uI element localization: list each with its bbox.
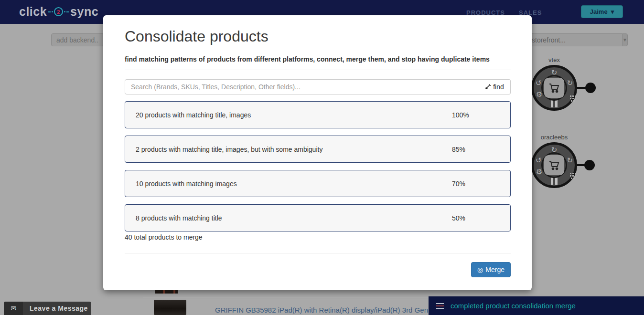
divider: [125, 253, 511, 253]
backend-node-vtex[interactable]: ↻ ↺ ↻ ⚙: [531, 65, 577, 111]
match-group-label: 10 products with matching images: [136, 180, 237, 188]
caret-down-icon: ▾: [611, 8, 614, 15]
total-products-text: 40 total products to merge: [125, 233, 203, 241]
grid-dots-icon[interactable]: [570, 95, 571, 97]
match-group-label: 2 products with matching title, images, …: [136, 146, 322, 153]
backend-node-oracleebs[interactable]: ↻ ↺ ↻ ⚙: [531, 142, 577, 188]
consolidate-products-modal: Consolidate products find matching patte…: [103, 15, 532, 290]
notification-bar[interactable]: completed product consolidation merge: [429, 296, 644, 315]
chat-widget-label: Leave a Message: [23, 304, 88, 312]
chat-widget[interactable]: ✉ Leave a Message: [4, 302, 91, 315]
caret-down-icon: ▼: [623, 37, 627, 42]
merge-label: Merge: [485, 266, 504, 273]
grid-dots-icon[interactable]: [570, 173, 571, 174]
app-root: click 2 sync PRODUCTS SALES Jaime ▾ ▼ vt…: [0, 0, 644, 315]
match-group-percent: 100%: [452, 111, 469, 119]
cart-icon[interactable]: [544, 155, 564, 175]
match-group-percent: 70%: [452, 180, 465, 188]
connector-dot[interactable]: [584, 160, 595, 170]
pause-icon[interactable]: [551, 100, 558, 107]
match-group-label: 8 products with matching title: [136, 214, 222, 222]
match-group-row-4[interactable]: 8 products with matching title 50%: [125, 204, 511, 231]
sync-in-icon[interactable]: ↺: [536, 157, 542, 164]
match-group-percent: 85%: [452, 146, 465, 153]
match-group-row-1[interactable]: 20 products with matching title, images …: [125, 101, 511, 128]
logo-badge-2: 2: [54, 7, 63, 16]
product-thumbnail: [154, 300, 186, 315]
match-group-percent: 50%: [452, 214, 465, 222]
notification-text: completed product consolidation merge: [451, 302, 576, 310]
match-group-row-3[interactable]: 10 products with matching images 70%: [125, 170, 511, 197]
logo-sync-icon: 2: [48, 7, 69, 16]
storefront-dropdown-button[interactable]: ▼: [622, 33, 628, 46]
connector-dot[interactable]: [585, 83, 596, 93]
find-arrow-icon: [484, 84, 491, 90]
merge-icon: ◎: [477, 266, 483, 273]
node-label-vtex: vtex: [526, 56, 583, 63]
product-image-mark: [173, 290, 175, 294]
node-center-ring: [541, 152, 567, 178]
sync-out-icon[interactable]: ↻: [567, 79, 573, 86]
logo-text-sync: sync: [70, 5, 98, 19]
match-group-row-2[interactable]: 2 products with matching title, images, …: [125, 136, 511, 163]
storefront-input[interactable]: [527, 33, 622, 46]
sync-in-icon[interactable]: ↺: [536, 79, 542, 86]
modal-title: Consolidate products: [125, 28, 268, 45]
find-label: find: [493, 83, 504, 91]
user-name: Jaime: [590, 8, 608, 15]
cart-icon[interactable]: [544, 78, 564, 98]
app-logo: click 2 sync: [19, 5, 98, 19]
node-center-ring: [541, 75, 567, 101]
list-lines-icon: [436, 303, 444, 309]
find-button[interactable]: find: [478, 79, 511, 94]
node-label-oracleebs: oracleebs: [526, 134, 583, 141]
search-input[interactable]: [125, 79, 478, 94]
search-group: find: [125, 79, 511, 94]
divider: [125, 70, 511, 70]
pause-icon[interactable]: [551, 178, 558, 185]
user-menu-button[interactable]: Jaime ▾: [581, 5, 623, 18]
logo-text-click: click: [19, 5, 47, 19]
match-group-label: 20 products with matching title, images: [136, 111, 251, 119]
modal-subtitle: find matching patterns of products from …: [125, 55, 490, 63]
storefront-combo: ▼: [527, 33, 595, 46]
sync-out-icon[interactable]: ↻: [567, 157, 573, 164]
product-image-mark: [163, 290, 165, 294]
envelope-icon: ✉: [4, 302, 23, 315]
add-backend-input[interactable]: [51, 33, 104, 46]
merge-button[interactable]: ◎ Merge: [471, 262, 511, 277]
product-title-link[interactable]: GRIFFIN GB35982 iPad(R) with Retina(R) d…: [215, 306, 435, 314]
